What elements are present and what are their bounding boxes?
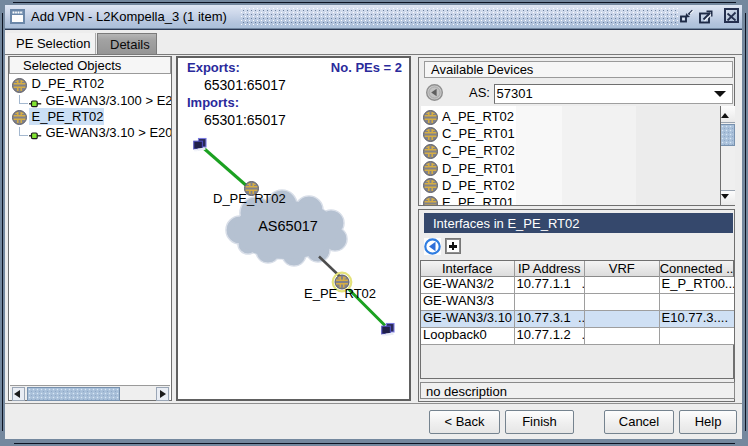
- svg-text:E_PE_RT02: E_PE_RT02: [304, 286, 376, 301]
- svg-text:AS65017: AS65017: [258, 218, 318, 234]
- svg-text:D_PE_RT02: D_PE_RT02: [213, 191, 286, 206]
